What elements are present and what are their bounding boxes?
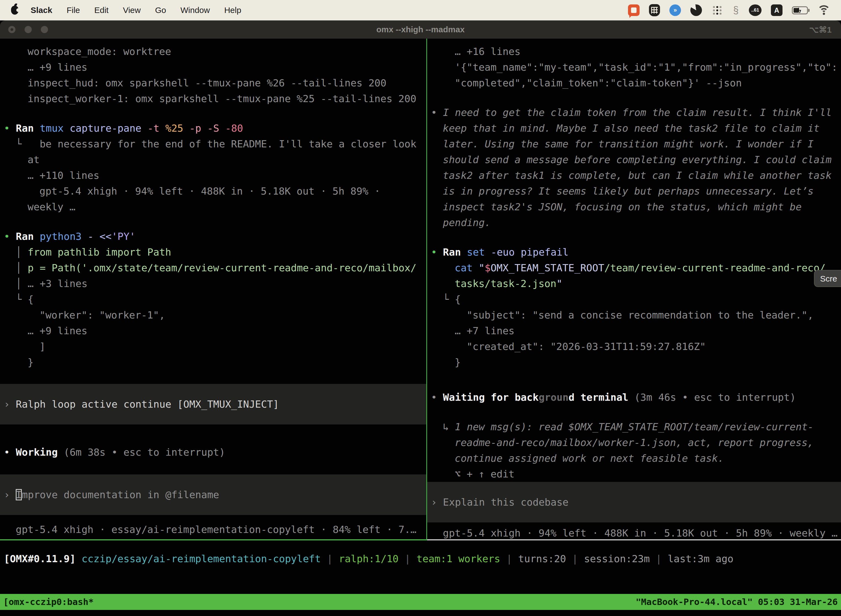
menu-item-go[interactable]: Go: [155, 6, 166, 15]
menu-item-help[interactable]: Help: [224, 6, 242, 15]
turns-counter: turns:20: [518, 553, 566, 565]
terminal-line: [OMX#0.11.9] cczip/essay/ai-reimplementa…: [0, 551, 841, 567]
text-segment: │: [16, 278, 28, 289]
apple-menu-icon[interactable]: [11, 6, 19, 15]
blue-speed-badge-icon[interactable]: »: [670, 4, 681, 16]
terminal-line: }: [427, 354, 841, 370]
menu-item-slack[interactable]: Slack: [31, 6, 52, 15]
right-pane[interactable]: … +16 lines'{"team_name":"my-team","task…: [427, 39, 841, 540]
squiggle-app-icon[interactable]: §: [732, 4, 740, 16]
text-segment: └ be necessary for the end of the README…: [16, 138, 416, 150]
terminal-line: … +9 lines: [0, 323, 426, 339]
terminal-line: should send a message before completing …: [427, 152, 841, 167]
spacer: [0, 215, 426, 229]
text-segment: mprove documentation in @filename: [22, 489, 219, 500]
spacer: [0, 460, 426, 474]
app-grid-icon[interactable]: [711, 4, 723, 16]
text-segment: •: [431, 246, 443, 258]
text-segment: at: [28, 154, 40, 165]
text-segment: •: [4, 231, 16, 242]
terminal-line: › Explain this codebase: [427, 494, 841, 510]
text-segment: Ran: [443, 246, 467, 258]
window-title: omx --xhigh --madmax: [0, 25, 841, 34]
terminal-line: task2 after task1 is complete, but can I…: [427, 167, 841, 183]
text-segment: ]: [40, 341, 45, 352]
text-segment: "completed","claim_token":"claim-token"}…: [455, 77, 742, 89]
terminal-line: "completed","claim_token":"claim-token"}…: [427, 75, 841, 91]
text-segment: %25: [165, 123, 189, 134]
window-title-bar[interactable]: omx --xhigh --madmax ⌥⌘1: [0, 21, 841, 39]
prompt-input[interactable]: › Improve documentation in @filename: [0, 474, 426, 515]
menu-item-file[interactable]: File: [66, 6, 80, 15]
text-segment: p = Path('.omx/state/team/review-current…: [28, 262, 416, 273]
spacer: [427, 91, 841, 105]
window-shortcut-hint: ⌥⌘1: [809, 25, 832, 35]
text-segment: cat: [455, 262, 479, 273]
text-segment: ": [479, 262, 485, 273]
working-status: • Working (6m 38s • esc to interrupt): [0, 444, 426, 460]
text-segment: gpt-5.4 xhigh · 94% left · 488K in · 5.1…: [40, 185, 380, 197]
terminal-line: • Waiting for background terminal (3m 46…: [427, 389, 841, 405]
left-pane[interactable]: workspace_mode: worktree… +9 linesinspec…: [0, 39, 427, 540]
terminal-line: └ {: [427, 292, 841, 307]
menu-item-edit[interactable]: Edit: [94, 6, 109, 15]
text-segment: Ran: [16, 123, 40, 134]
text-segment: /team/review-current-readme-and-reco/: [604, 262, 826, 273]
menu-item-view[interactable]: View: [123, 6, 141, 15]
team-counter: team:1 workers: [417, 553, 500, 565]
text-segment: workspace_mode: worktree: [28, 46, 171, 57]
screen-tooltip: Scre: [814, 270, 841, 287]
terminal-line: readme-and-reco/mailbox/worker-1.json, a…: [427, 435, 841, 450]
text-segment: "subject": "send a concise recommendatio…: [467, 309, 813, 321]
text-segment: │: [16, 262, 28, 273]
spacer: [427, 370, 841, 389]
text-segment: "worker": "worker-1",: [40, 309, 165, 321]
terminal-line: tasks/task-2.json": [427, 276, 841, 292]
omx-status-line: [OMX#0.11.9] cczip/essay/ai-reimplementa…: [0, 551, 841, 567]
terminal-line: … +7 lines: [427, 323, 841, 339]
battery-charging-icon[interactable]: ϟ: [792, 6, 808, 14]
terminal-line: gpt-5.4 xhigh · 94% left · 488K in · 5.1…: [0, 183, 426, 199]
text-segment: |: [399, 553, 417, 565]
workspace-path: cczip/essay/ai-reimplementation-copyleft: [82, 553, 321, 565]
wifi-icon[interactable]: [817, 5, 831, 15]
count-badge-icon[interactable]: ..61: [749, 4, 762, 16]
text-segment: }: [28, 356, 34, 368]
text-segment: Ralph loop active continue [OMX_TMUX_INJ…: [16, 399, 279, 410]
terminal-line: • Ran tmux capture-pane -t %25 -p -S -80: [0, 120, 426, 136]
text-segment: |: [321, 553, 339, 565]
ralph-loop-banner[interactable]: › Ralph loop active continue [OMX_TMUX_I…: [0, 384, 426, 424]
keyboard-input-icon[interactable]: A: [771, 4, 782, 16]
menu-item-window[interactable]: Window: [180, 6, 210, 15]
text-segment: }: [455, 356, 461, 368]
terminal-line: › Improve documentation in @filename: [0, 487, 426, 503]
text-segment: -p: [189, 123, 207, 134]
command-output: … +16 lines'{"team_name":"my-team","task…: [427, 44, 841, 91]
text-segment: keep that in mind. Maybe I also need the…: [443, 123, 819, 134]
chat-app-icon[interactable]: [628, 4, 640, 16]
mailbox-message: ↳ 1 new msg(s): read $OMX_TEAM_STATE_ROO…: [427, 419, 841, 482]
shield-app-icon[interactable]: [649, 4, 660, 16]
text-segment: inspect_hud: omx sparkshell --tmux-pane …: [28, 77, 386, 89]
text-segment: ›: [4, 489, 16, 500]
spacer: [0, 107, 426, 120]
terminal-line: '{"team_name":"my-team","task_id":"1","f…: [427, 59, 841, 75]
text-segment: … +110 lines: [28, 170, 99, 181]
text-segment: OMX_TEAM_STATE_ROOT: [491, 262, 604, 273]
text-segment: inspect_worker-1: omx sparkshell --tmux-…: [28, 93, 416, 104]
recorder-app-icon[interactable]: [690, 4, 702, 16]
model-status: gpt-5.4 xhigh · 94% left · 488K in · 5.1…: [427, 525, 841, 540]
omx-status-line: [OMX#0.11.9] cczip/essay/ai-reimplementa…: [0, 551, 841, 567]
terminal-line: weekly …: [0, 199, 426, 215]
terminal-line: gpt-5.4 xhigh · 94% left · 488K in · 5.1…: [427, 525, 841, 540]
text-segment: -: [88, 231, 99, 242]
text-segment: ›: [431, 497, 443, 508]
last-activity: last:3m ago: [668, 553, 733, 565]
text-segment: set: [467, 246, 491, 258]
text-segment: |: [566, 553, 584, 565]
spacer: [427, 230, 841, 244]
text-segment: -t: [147, 123, 165, 134]
prompt-input[interactable]: › Explain this codebase: [427, 482, 841, 522]
terminal-line: "created_at": "2026-03-31T11:59:27.816Z": [427, 339, 841, 354]
terminal-line: │ … +3 lines: [0, 276, 426, 292]
